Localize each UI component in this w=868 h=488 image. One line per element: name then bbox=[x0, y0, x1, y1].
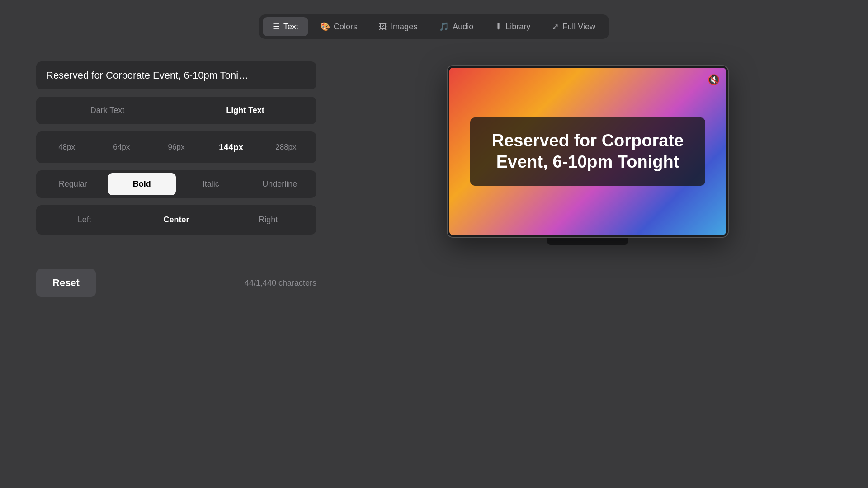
reset-button[interactable]: Reset bbox=[36, 269, 96, 297]
style-regular-button[interactable]: Regular bbox=[39, 173, 107, 195]
size-48-button[interactable]: 48px bbox=[40, 136, 94, 158]
tv-preview-text: Reserved for Corporate Event, 6-10pm Ton… bbox=[486, 130, 689, 173]
size-288-button[interactable]: 288px bbox=[259, 136, 313, 158]
left-panel: Dark Text Light Text 48px 64px 96px 144p… bbox=[36, 61, 316, 297]
tv-screen: Reserved for Corporate Event, 6-10pm Ton… bbox=[448, 66, 728, 237]
tv-stand bbox=[448, 237, 728, 245]
nav-item-images[interactable]: 🖼 Images bbox=[369, 18, 427, 36]
nav-label-images: Images bbox=[391, 22, 417, 32]
right-panel: Reserved for Corporate Event, 6-10pm Ton… bbox=[344, 61, 832, 245]
tv-gradient-background: Reserved for Corporate Event, 6-10pm Ton… bbox=[449, 68, 726, 235]
style-bold-button[interactable]: Bold bbox=[108, 173, 176, 195]
align-right-button[interactable]: Right bbox=[223, 208, 314, 232]
size-144-button[interactable]: 144px bbox=[204, 136, 258, 159]
nav-item-audio[interactable]: 🎵 Audio bbox=[429, 17, 483, 36]
nav-item-fullview[interactable]: ⤢ Full View bbox=[542, 17, 605, 36]
size-96-button[interactable]: 96px bbox=[149, 136, 203, 158]
nav-label-fullview: Full View bbox=[562, 22, 595, 32]
nav-item-colors[interactable]: 🎨 Colors bbox=[310, 17, 367, 36]
text-icon: ☰ bbox=[273, 22, 280, 32]
text-input-container bbox=[36, 61, 316, 89]
nav-item-text[interactable]: ☰ Text bbox=[263, 17, 308, 36]
light-text-button[interactable]: Light Text bbox=[177, 99, 314, 122]
nav-label-audio: Audio bbox=[453, 22, 473, 32]
font-style-selector: Regular Bold Italic Underline bbox=[36, 170, 316, 198]
char-count: 44/1,440 characters bbox=[245, 278, 316, 288]
library-icon: ⬇ bbox=[495, 22, 502, 32]
nav-label-colors: Colors bbox=[334, 22, 357, 32]
images-icon: 🖼 bbox=[379, 22, 387, 32]
dark-text-button[interactable]: Dark Text bbox=[39, 99, 176, 122]
top-navigation: ☰ Text 🎨 Colors 🖼 Images 🎵 Audio ⬇ Libra… bbox=[0, 0, 868, 48]
audio-icon: 🎵 bbox=[439, 22, 449, 32]
font-size-selector: 48px 64px 96px 144px 288px bbox=[36, 131, 316, 163]
colors-icon: 🎨 bbox=[320, 22, 330, 32]
fullview-icon: ⤢ bbox=[552, 22, 559, 32]
mute-icon[interactable]: 🔇 bbox=[708, 74, 720, 86]
align-center-button[interactable]: Center bbox=[131, 208, 222, 232]
nav-item-library[interactable]: ⬇ Library bbox=[485, 17, 540, 36]
tv-container: Reserved for Corporate Event, 6-10pm Ton… bbox=[448, 66, 728, 245]
tv-text-overlay: Reserved for Corporate Event, 6-10pm Ton… bbox=[470, 117, 705, 186]
nav-bar: ☰ Text 🎨 Colors 🖼 Images 🎵 Audio ⬇ Libra… bbox=[259, 14, 609, 39]
style-italic-button[interactable]: Italic bbox=[177, 173, 245, 195]
nav-label-library: Library bbox=[505, 22, 530, 32]
nav-label-text: Text bbox=[283, 22, 298, 32]
text-color-selector: Dark Text Light Text bbox=[36, 97, 316, 124]
size-64-button[interactable]: 64px bbox=[94, 136, 148, 158]
bottom-row: Reset 44/1,440 characters bbox=[36, 242, 316, 297]
main-content: Dark Text Light Text 48px 64px 96px 144p… bbox=[0, 48, 868, 310]
text-input[interactable] bbox=[46, 70, 307, 81]
align-left-button[interactable]: Left bbox=[39, 208, 130, 232]
style-underline-button[interactable]: Underline bbox=[246, 173, 314, 195]
alignment-selector: Left Center Right bbox=[36, 205, 316, 235]
tv-stand-base bbox=[547, 237, 628, 245]
